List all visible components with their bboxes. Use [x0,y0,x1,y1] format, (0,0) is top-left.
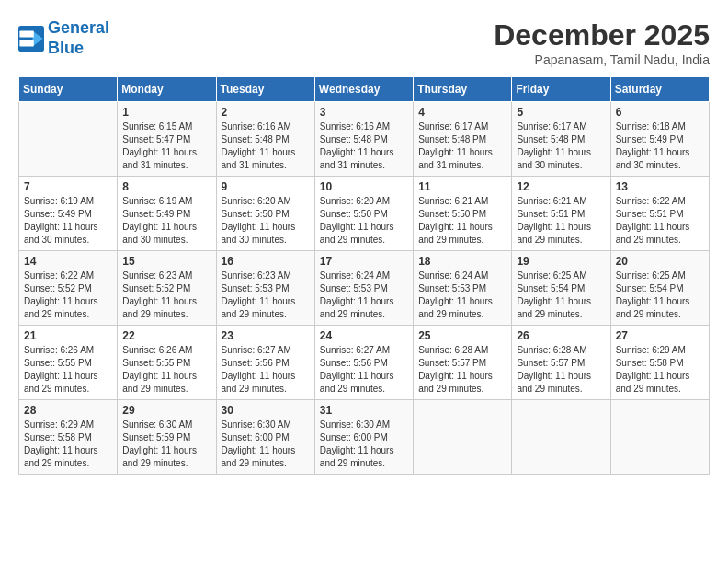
calendar-cell: 13Sunrise: 6:22 AM Sunset: 5:51 PM Dayli… [610,177,709,251]
calendar-cell [19,102,118,177]
calendar-cell: 22Sunrise: 6:26 AM Sunset: 5:55 PM Dayli… [118,326,216,400]
day-number: 22 [122,329,210,342]
location: Papanasam, Tamil Nadu, India [494,52,710,67]
calendar-cell: 5Sunrise: 6:17 AM Sunset: 5:48 PM Daylig… [512,102,610,177]
cell-text: Sunrise: 6:17 AM Sunset: 5:48 PM Dayligh… [517,121,605,172]
day-number: 12 [517,180,605,193]
calendar-cell: 24Sunrise: 6:27 AM Sunset: 5:56 PM Dayli… [314,326,413,400]
calendar-cell: 12Sunrise: 6:21 AM Sunset: 5:51 PM Dayli… [512,177,610,251]
weekday-header: Monday [118,77,216,102]
cell-text: Sunrise: 6:22 AM Sunset: 5:51 PM Dayligh… [616,195,704,247]
calendar-cell: 16Sunrise: 6:23 AM Sunset: 5:53 PM Dayli… [216,251,314,326]
day-number: 9 [222,180,310,193]
cell-text: Sunrise: 6:18 AM Sunset: 5:49 PM Dayligh… [616,121,704,172]
day-number: 3 [320,106,408,119]
logo: General Blue [18,18,109,58]
cell-text: Sunrise: 6:22 AM Sunset: 5:52 PM Dayligh… [24,270,112,321]
calendar-cell [610,400,709,475]
calendar-cell: 9Sunrise: 6:20 AM Sunset: 5:50 PM Daylig… [216,177,314,251]
cell-text: Sunrise: 6:20 AM Sunset: 5:50 PM Dayligh… [222,195,310,247]
day-number: 1 [122,106,210,119]
calendar-cell: 3Sunrise: 6:16 AM Sunset: 5:48 PM Daylig… [314,102,413,177]
calendar-header-row: SundayMondayTuesdayWednesdayThursdayFrid… [19,77,710,102]
calendar-cell: 19Sunrise: 6:25 AM Sunset: 5:54 PM Dayli… [512,251,610,326]
calendar-week-row: 14Sunrise: 6:22 AM Sunset: 5:52 PM Dayli… [19,251,710,326]
day-number: 29 [122,404,210,417]
calendar-cell: 15Sunrise: 6:23 AM Sunset: 5:52 PM Dayli… [118,251,216,326]
cell-text: Sunrise: 6:21 AM Sunset: 5:50 PM Dayligh… [418,195,506,247]
day-number: 18 [418,255,506,268]
day-number: 23 [222,329,310,342]
calendar-cell: 26Sunrise: 6:28 AM Sunset: 5:57 PM Dayli… [512,326,610,400]
calendar-cell: 6Sunrise: 6:18 AM Sunset: 5:49 PM Daylig… [610,102,709,177]
day-number: 25 [418,329,506,342]
month-title: December 2025 [494,18,710,52]
calendar-week-row: 7Sunrise: 6:19 AM Sunset: 5:49 PM Daylig… [19,177,710,251]
day-number: 28 [24,404,112,417]
calendar-cell: 21Sunrise: 6:26 AM Sunset: 5:55 PM Dayli… [19,326,118,400]
weekday-header: Friday [512,77,610,102]
calendar-cell: 17Sunrise: 6:24 AM Sunset: 5:53 PM Dayli… [314,251,413,326]
calendar-cell: 2Sunrise: 6:16 AM Sunset: 5:48 PM Daylig… [216,102,314,177]
cell-text: Sunrise: 6:21 AM Sunset: 5:51 PM Dayligh… [517,195,605,247]
day-number: 20 [616,255,704,268]
weekday-header: Thursday [414,77,512,102]
calendar-cell [512,400,610,475]
cell-text: Sunrise: 6:30 AM Sunset: 6:00 PM Dayligh… [222,419,310,470]
calendar-cell: 14Sunrise: 6:22 AM Sunset: 5:52 PM Dayli… [19,251,118,326]
logo-icon [18,26,44,52]
cell-text: Sunrise: 6:17 AM Sunset: 5:48 PM Dayligh… [418,121,506,172]
day-number: 4 [418,106,506,119]
cell-text: Sunrise: 6:25 AM Sunset: 5:54 PM Dayligh… [616,270,704,321]
logo-text: General Blue [48,18,109,58]
day-number: 31 [320,404,408,417]
day-number: 14 [24,255,112,268]
calendar-cell: 30Sunrise: 6:30 AM Sunset: 6:00 PM Dayli… [216,400,314,475]
cell-text: Sunrise: 6:19 AM Sunset: 5:49 PM Dayligh… [24,195,112,247]
day-number: 15 [122,255,210,268]
cell-text: Sunrise: 6:27 AM Sunset: 5:56 PM Dayligh… [222,344,310,396]
day-number: 6 [616,106,704,119]
calendar-body: 1Sunrise: 6:15 AM Sunset: 5:47 PM Daylig… [19,102,710,475]
calendar-week-row: 21Sunrise: 6:26 AM Sunset: 5:55 PM Dayli… [19,326,710,400]
day-number: 2 [222,106,310,119]
cell-text: Sunrise: 6:23 AM Sunset: 5:52 PM Dayligh… [122,270,210,321]
cell-text: Sunrise: 6:24 AM Sunset: 5:53 PM Dayligh… [320,270,408,321]
calendar-cell: 20Sunrise: 6:25 AM Sunset: 5:54 PM Dayli… [610,251,709,326]
svg-rect-3 [19,40,33,46]
day-number: 17 [320,255,408,268]
day-number: 27 [616,329,704,342]
cell-text: Sunrise: 6:26 AM Sunset: 5:55 PM Dayligh… [122,344,210,396]
calendar-week-row: 28Sunrise: 6:29 AM Sunset: 5:58 PM Dayli… [19,400,710,475]
weekday-header: Sunday [19,77,118,102]
svg-rect-2 [19,30,33,37]
weekday-header: Saturday [610,77,709,102]
cell-text: Sunrise: 6:24 AM Sunset: 5:53 PM Dayligh… [418,270,506,321]
calendar-cell: 27Sunrise: 6:29 AM Sunset: 5:58 PM Dayli… [610,326,709,400]
day-number: 19 [517,255,605,268]
cell-text: Sunrise: 6:20 AM Sunset: 5:50 PM Dayligh… [320,195,408,247]
day-number: 11 [418,180,506,193]
cell-text: Sunrise: 6:27 AM Sunset: 5:56 PM Dayligh… [320,344,408,396]
cell-text: Sunrise: 6:29 AM Sunset: 5:58 PM Dayligh… [24,419,112,470]
cell-text: Sunrise: 6:30 AM Sunset: 6:00 PM Dayligh… [320,419,408,470]
cell-text: Sunrise: 6:23 AM Sunset: 5:53 PM Dayligh… [222,270,310,321]
day-number: 13 [616,180,704,193]
calendar-cell: 8Sunrise: 6:19 AM Sunset: 5:49 PM Daylig… [118,177,216,251]
day-number: 21 [24,329,112,342]
cell-text: Sunrise: 6:15 AM Sunset: 5:47 PM Dayligh… [122,121,210,172]
calendar-cell: 7Sunrise: 6:19 AM Sunset: 5:49 PM Daylig… [19,177,118,251]
page-header: General Blue December 2025 Papanasam, Ta… [18,18,710,67]
calendar-cell: 25Sunrise: 6:28 AM Sunset: 5:57 PM Dayli… [414,326,512,400]
day-number: 10 [320,180,408,193]
calendar-table: SundayMondayTuesdayWednesdayThursdayFrid… [18,76,710,475]
day-number: 30 [222,404,310,417]
day-number: 26 [517,329,605,342]
cell-text: Sunrise: 6:25 AM Sunset: 5:54 PM Dayligh… [517,270,605,321]
calendar-cell: 18Sunrise: 6:24 AM Sunset: 5:53 PM Dayli… [414,251,512,326]
cell-text: Sunrise: 6:29 AM Sunset: 5:58 PM Dayligh… [616,344,704,396]
day-number: 7 [24,180,112,193]
calendar-cell: 31Sunrise: 6:30 AM Sunset: 6:00 PM Dayli… [314,400,413,475]
calendar-cell: 1Sunrise: 6:15 AM Sunset: 5:47 PM Daylig… [118,102,216,177]
cell-text: Sunrise: 6:16 AM Sunset: 5:48 PM Dayligh… [320,121,408,172]
